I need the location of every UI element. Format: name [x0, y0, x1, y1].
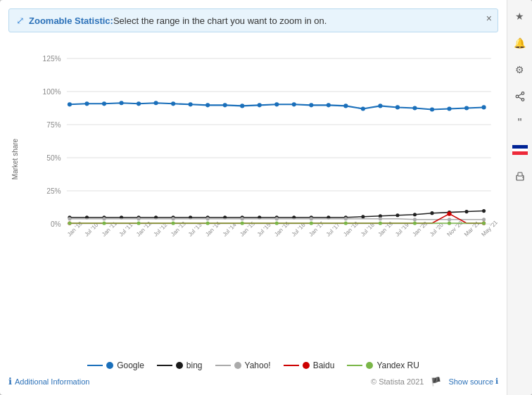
- svg-point-82: [413, 213, 417, 216]
- svg-rect-123: [518, 178, 522, 180]
- svg-point-53: [343, 104, 348, 108]
- svg-point-111: [344, 221, 348, 225]
- legend-yandex-line: [347, 365, 362, 366]
- svg-point-91: [206, 217, 210, 220]
- sidebar: ★ 🔔 ⚙ ": [507, 0, 532, 395]
- legend-bing: bing: [157, 360, 203, 370]
- svg-point-54: [361, 106, 365, 111]
- svg-text:100%: 100%: [43, 88, 61, 96]
- legend-yahoo-label: Yahoo!: [245, 360, 271, 370]
- svg-point-44: [189, 102, 193, 106]
- svg-point-103: [68, 221, 71, 225]
- star-icon[interactable]: ★: [511, 7, 529, 25]
- zoom-banner: ⤢ Zoomable Statistic: Select the range i…: [8, 8, 498, 32]
- chart-container[interactable]: 125% 100% 75% 50% 25%: [38, 39, 498, 279]
- legend-yandex-label: Yandex RU: [376, 360, 419, 370]
- svg-point-106: [172, 221, 175, 225]
- footer-right: © Statista 2021 🏴 Show source ℹ: [371, 377, 498, 387]
- svg-point-59: [447, 106, 451, 111]
- svg-point-97: [413, 218, 417, 221]
- svg-point-58: [430, 107, 434, 111]
- legend-google-dot: [106, 362, 113, 369]
- banner-close-button[interactable]: ×: [486, 13, 492, 23]
- main-content: ⤢ Zoomable Statistic: Select the range i…: [0, 0, 507, 395]
- svg-point-42: [154, 101, 158, 105]
- legend-yahoo-dot: [234, 362, 241, 369]
- svg-point-85: [464, 210, 468, 213]
- svg-point-104: [102, 221, 106, 225]
- svg-point-93: [275, 217, 279, 220]
- y-axis-label: Market share: [11, 139, 19, 180]
- flag-icon[interactable]: [511, 141, 529, 159]
- svg-point-79: [361, 215, 365, 218]
- zoom-icon: ⤢: [16, 15, 25, 26]
- chart-svg[interactable]: 125% 100% 75% 50% 25%: [38, 39, 498, 279]
- show-source-button[interactable]: Show source ℹ: [448, 377, 498, 386]
- svg-point-113: [413, 221, 417, 225]
- svg-point-48: [258, 103, 262, 107]
- svg-point-49: [274, 102, 279, 106]
- svg-point-108: [241, 221, 244, 225]
- svg-point-40: [119, 101, 123, 105]
- google-dots: [68, 101, 486, 111]
- svg-point-109: [275, 221, 279, 225]
- svg-point-87: [68, 217, 71, 220]
- show-source-icon: ℹ: [495, 377, 498, 386]
- svg-point-81: [395, 213, 399, 217]
- svg-point-101: [447, 212, 451, 216]
- svg-point-51: [309, 103, 313, 107]
- svg-point-114: [448, 221, 451, 225]
- legend-baidu: Baidu: [284, 360, 335, 370]
- svg-point-94: [310, 217, 313, 220]
- legend-baidu-line: [284, 365, 299, 366]
- svg-point-105: [137, 221, 141, 225]
- additional-info-button[interactable]: ℹ Additional Information: [8, 376, 89, 387]
- banner-bold: Zoomable Statistic:: [29, 15, 113, 26]
- legend-yahoo-line: [215, 365, 231, 366]
- banner-text: Select the range in the chart you want t…: [113, 15, 327, 26]
- svg-point-83: [430, 211, 433, 215]
- svg-text:75%: 75%: [46, 121, 61, 129]
- svg-text:0%: 0%: [51, 220, 61, 228]
- svg-point-116: [521, 92, 524, 95]
- svg-point-99: [482, 218, 486, 221]
- legend-yandex-dot: [366, 362, 373, 369]
- copyright-text: © Statista 2021: [371, 377, 424, 386]
- legend-yahoo: Yahoo!: [215, 360, 271, 370]
- svg-point-47: [240, 104, 244, 108]
- svg-rect-122: [518, 173, 522, 176]
- legend-bing-dot: [176, 362, 183, 369]
- svg-point-115: [482, 221, 486, 225]
- svg-point-39: [102, 101, 106, 106]
- svg-point-88: [102, 217, 106, 220]
- svg-point-95: [344, 217, 348, 220]
- svg-point-92: [241, 217, 244, 220]
- quote-icon[interactable]: ": [511, 114, 529, 132]
- svg-point-50: [292, 102, 296, 106]
- share-icon[interactable]: [511, 87, 529, 106]
- show-source-label: Show source: [448, 377, 493, 386]
- svg-text:125%: 125%: [43, 55, 61, 63]
- print-icon[interactable]: [511, 168, 529, 186]
- svg-point-46: [223, 103, 227, 107]
- chart-area: Market share 125% 100% 75% 5: [8, 39, 498, 353]
- svg-text:25%: 25%: [46, 187, 61, 195]
- svg-point-60: [464, 106, 469, 110]
- bell-icon[interactable]: 🔔: [511, 34, 529, 52]
- legend-bing-line: [157, 365, 172, 366]
- svg-line-120: [518, 97, 521, 99]
- svg-point-90: [172, 217, 175, 220]
- chart-footer: ℹ Additional Information © Statista 2021…: [8, 376, 498, 387]
- svg-point-37: [68, 102, 72, 106]
- svg-point-107: [206, 221, 210, 225]
- legend-google: Google: [87, 360, 144, 370]
- svg-point-124: [522, 177, 524, 178]
- legend-baidu-label: Baidu: [313, 360, 335, 370]
- svg-point-96: [379, 217, 382, 220]
- svg-point-55: [378, 104, 382, 108]
- svg-point-86: [482, 209, 486, 213]
- svg-point-98: [448, 218, 451, 221]
- legend-google-line: [87, 365, 103, 366]
- legend-baidu-dot: [303, 362, 310, 369]
- gear-icon[interactable]: ⚙: [511, 61, 529, 79]
